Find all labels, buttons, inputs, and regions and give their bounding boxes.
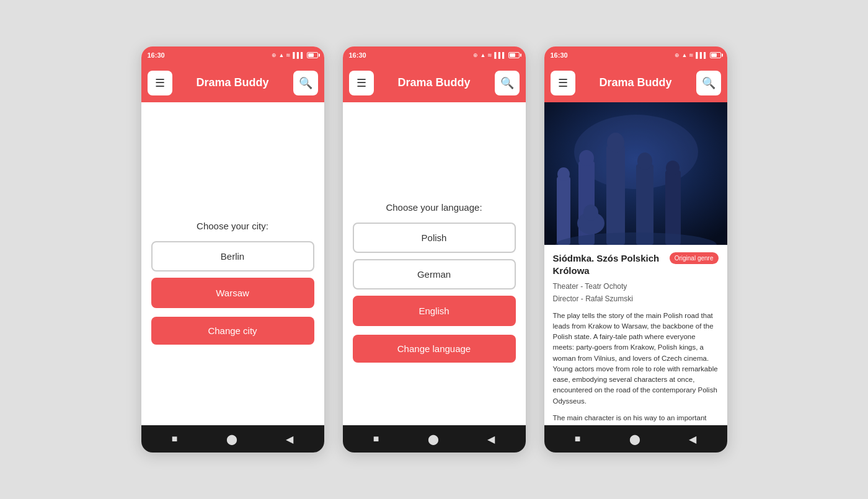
hamburger-icon-2: ☰ — [356, 76, 366, 90]
svg-point-9 — [666, 161, 680, 175]
back-nav-icon-2[interactable]: ◀ — [487, 433, 495, 445]
signal-icon: ▲ — [278, 52, 284, 58]
status-bar-2: 16:30 ⊕ ▲ ≋ ▌▌▌ — [343, 46, 526, 64]
city-berlin-button[interactable]: Berlin — [151, 241, 314, 272]
app-header-1: ☰ Drama Buddy 🔍 — [141, 64, 324, 102]
stop-nav-icon-2[interactable]: ■ — [373, 433, 379, 444]
director-meta: Director - Rafał Szumski — [553, 294, 719, 304]
app-title-3: Drama Buddy — [599, 76, 671, 90]
status-time-3: 16:30 — [551, 51, 568, 59]
app-title-2: Drama Buddy — [397, 76, 470, 90]
phone-frame-2: 16:30 ⊕ ▲ ≋ ▌▌▌ ☰ Drama Buddy 🔍 Choose y… — [343, 46, 526, 453]
play-description-2: The main character is on his way to an i… — [553, 413, 719, 425]
search-button-2[interactable]: 🔍 — [495, 71, 520, 95]
wifi-icon-3: ≋ — [689, 52, 694, 58]
change-city-button[interactable]: Change city — [151, 317, 314, 345]
signal-icon-3: ▲ — [681, 52, 687, 58]
genre-badge[interactable]: Original genre — [670, 252, 719, 264]
phone-frame-3: 16:30 ⊕ ▲ ≋ ▌▌▌ ☰ Drama Buddy 🔍 — [544, 46, 727, 453]
search-icon-3: 🔍 — [702, 76, 715, 90]
language-choose-label: Choose your language: — [353, 202, 516, 213]
svg-point-13 — [557, 167, 570, 181]
svg-point-5 — [579, 150, 594, 166]
nav-bar-3: ■ ⬤ ◀ — [544, 425, 727, 453]
svg-point-7 — [637, 152, 652, 170]
play-image-inner — [544, 102, 727, 245]
search-button-3[interactable]: 🔍 — [696, 71, 721, 95]
home-nav-icon-3[interactable]: ⬤ — [629, 433, 640, 445]
wifi-icon-2: ≋ — [487, 52, 492, 58]
status-bar-3: 16:30 ⊕ ▲ ≋ ▌▌▌ — [544, 46, 727, 64]
nav-bar-2: ■ ⬤ ◀ — [343, 425, 526, 453]
city-warsaw-button[interactable]: Warsaw — [151, 278, 314, 308]
theater-meta: Theater - Teatr Ochoty — [553, 281, 719, 292]
bluetooth-icon-2: ⊕ — [473, 52, 478, 58]
stop-nav-icon-3[interactable]: ■ — [575, 433, 581, 444]
phone-content-2: Choose your language: Polish German Engl… — [343, 102, 526, 425]
bars-icon: ▌▌▌ — [293, 52, 304, 58]
status-icons-1: ⊕ ▲ ≋ ▌▌▌ — [272, 52, 317, 58]
language-polish-button[interactable]: Polish — [353, 223, 516, 253]
search-button-1[interactable]: 🔍 — [293, 71, 318, 95]
wifi-icon: ≋ — [286, 52, 291, 58]
back-nav-icon[interactable]: ◀ — [286, 433, 293, 445]
svg-rect-2 — [606, 146, 625, 245]
city-choose-label: Choose your city: — [151, 221, 314, 231]
phone-content-3: Siódmka. Szós Polskich Królowa Original … — [544, 102, 727, 425]
status-time-2: 16:30 — [349, 51, 366, 59]
language-english-button[interactable]: English — [353, 296, 516, 326]
search-icon-2: 🔍 — [500, 76, 514, 90]
play-title-row: Siódmka. Szós Polskich Królowa Original … — [553, 252, 719, 276]
status-icons-3: ⊕ ▲ ≋ ▌▌▌ — [675, 52, 720, 58]
battery-icon-3 — [710, 52, 721, 58]
signal-icon-2: ▲ — [480, 52, 485, 58]
phone-frame-1: 16:30 ⊕ ▲ ≋ ▌▌▌ ☰ Drama Buddy 🔍 Choose y… — [141, 46, 324, 453]
svg-rect-12 — [557, 177, 570, 245]
status-time-1: 16:30 — [148, 51, 165, 59]
app-title-1: Drama Buddy — [196, 76, 268, 90]
menu-button-2[interactable]: ☰ — [349, 71, 374, 95]
status-icons-2: ⊕ ▲ ≋ ▌▌▌ — [473, 52, 519, 58]
play-title: Siódmka. Szós Polskich Królowa — [553, 252, 665, 276]
search-icon: 🔍 — [299, 76, 312, 90]
app-header-3: ☰ Drama Buddy 🔍 — [544, 64, 727, 102]
bars-icon-3: ▌▌▌ — [696, 52, 707, 58]
home-nav-icon-2[interactable]: ⬤ — [428, 433, 439, 445]
menu-button-1[interactable]: ☰ — [148, 71, 172, 95]
language-german-button[interactable]: German — [353, 259, 516, 289]
stop-nav-icon[interactable]: ■ — [172, 433, 178, 444]
status-bar-1: 16:30 ⊕ ▲ ≋ ▌▌▌ — [141, 46, 324, 64]
change-language-button[interactable]: Change language — [353, 335, 516, 363]
play-description-1: The play tells the story of the main Pol… — [553, 311, 719, 407]
menu-button-3[interactable]: ☰ — [551, 71, 575, 95]
hamburger-icon-3: ☰ — [558, 76, 568, 90]
home-nav-icon[interactable]: ⬤ — [226, 433, 237, 445]
bluetooth-icon: ⊕ — [272, 52, 277, 58]
play-image-svg — [544, 102, 727, 245]
back-nav-icon-3[interactable]: ◀ — [689, 433, 696, 445]
svg-point-11 — [583, 205, 598, 221]
hamburger-icon: ☰ — [155, 76, 165, 90]
app-header-2: ☰ Drama Buddy 🔍 — [343, 64, 526, 102]
bluetooth-icon-3: ⊕ — [675, 52, 680, 58]
svg-point-3 — [607, 133, 624, 152]
phone-content-1: Choose your city: Berlin Warsaw Change c… — [141, 102, 324, 425]
battery-icon-2 — [508, 52, 520, 58]
play-image — [544, 102, 727, 245]
nav-bar-1: ■ ⬤ ◀ — [141, 425, 324, 453]
play-info: Siódmka. Szós Polskich Królowa Original … — [544, 245, 727, 425]
battery-icon-1 — [307, 52, 318, 58]
bars-icon-2: ▌▌▌ — [494, 52, 506, 58]
